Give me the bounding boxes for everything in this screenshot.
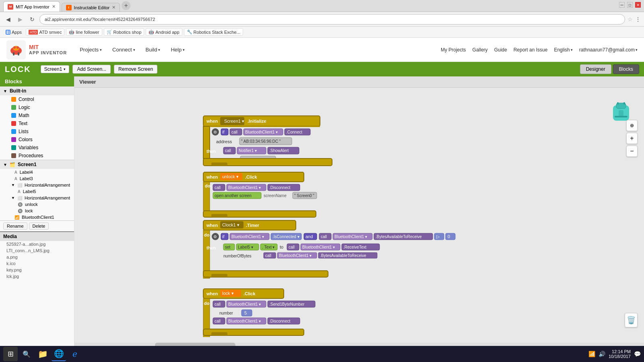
bookmark-line[interactable]: 🤖 line follower [66, 28, 102, 36]
bookmark-apps[interactable]: Apps [3, 29, 24, 35]
svg-rect-140 [617, 102, 619, 105]
math-dot [11, 113, 16, 118]
mit-tab-label: MIT App Inventor [16, 4, 50, 9]
sidebar-item-logic[interactable]: Logic [0, 103, 74, 111]
user-account[interactable]: rathnaarun77@gmail.com ▾ [579, 47, 638, 53]
tray-network[interactable]: 📶 [588, 351, 595, 357]
zoom-in[interactable]: + [626, 133, 638, 144]
zoom-out[interactable]: − [626, 146, 638, 157]
bookmark-atd[interactable]: ATD ATD smvec [26, 29, 64, 36]
svg-text:do: do [205, 183, 211, 188]
tray-volume[interactable]: 🔊 [599, 351, 605, 357]
svg-text:when: when [206, 175, 218, 179]
guide-link[interactable]: Guide [494, 47, 507, 53]
svg-rect-5 [13, 52, 14, 56]
ha1-collapse: ▼ [11, 183, 15, 187]
tree-item-ha1[interactable]: ▼ ⬜ HorizontalArrangement [0, 182, 74, 188]
zoom-fit[interactable]: ⊕ [626, 120, 638, 131]
win-minimize[interactable]: ─ [619, 2, 625, 8]
taskbar-app-ie[interactable]: ℯ [68, 347, 82, 361]
win-maximize[interactable]: □ [627, 2, 633, 8]
blocks-canvas[interactable]: when Screen1 ▾ .Initialize ⚙ if [74, 88, 644, 348]
sidebar-item-lists[interactable]: Lists [0, 128, 74, 136]
designer-btn[interactable]: Designer [580, 64, 611, 74]
mit-tab-close[interactable]: ✕ [52, 4, 56, 9]
sidebar-item-procedures[interactable]: Procedures [0, 152, 74, 160]
tree-item-lock[interactable]: 🔘 lock [0, 208, 74, 214]
tree-item-unlock[interactable]: 🔘 unlock [0, 201, 74, 208]
new-tab-btn[interactable]: + [122, 1, 130, 10]
svg-text:when: when [206, 119, 218, 123]
blocks-btn[interactable]: Blocks [613, 64, 639, 74]
forward-btn[interactable]: ▶ [15, 14, 25, 24]
builtin-collapse: ▼ [3, 89, 7, 93]
rename-btn[interactable]: Rename [3, 222, 27, 230]
address-bar[interactable]: ai2.appinventor.mit.edu/?locale=en#45224… [39, 14, 625, 25]
tree-item-label4[interactable]: A Label4 [0, 169, 74, 175]
tree-item-label3[interactable]: A Label3 [0, 175, 74, 182]
svg-text:Screen1 ▾: Screen1 ▾ [224, 119, 244, 123]
media-file-4[interactable]: key.png [0, 267, 74, 273]
media-file-0[interactable]: 525927-a...ation.jpg [0, 241, 74, 247]
builtin-header[interactable]: ▼ Built-in [0, 86, 74, 95]
tree-item-label5[interactable]: A Label5 [0, 188, 74, 195]
sidebar-item-colors[interactable]: Colors [0, 136, 74, 144]
win-close[interactable]: ✕ [635, 2, 641, 8]
svg-text:" AB:03:34:56:96:DC ": " AB:03:34:56:96:DC " [241, 139, 281, 144]
svg-text:.Click: .Click [244, 291, 256, 296]
media-file-5[interactable]: lck.jpg [0, 273, 74, 280]
language-selector[interactable]: English ▾ [554, 47, 572, 53]
svg-text:set: set [225, 245, 231, 249]
zoom-controls: ⊕ + − [626, 120, 638, 157]
bookmark-shop[interactable]: 🛒 Robotics shop [104, 28, 144, 36]
tray-notification[interactable]: 💬 [634, 351, 641, 357]
sidebar-item-math[interactable]: Math [0, 111, 74, 119]
sidebar-item-text[interactable]: Text [0, 119, 74, 128]
add-screen-btn[interactable]: Add Screen... [72, 65, 111, 74]
bookmark-android-label: Android app [155, 30, 179, 35]
refresh-btn[interactable]: ↻ [27, 14, 37, 24]
sidebar-item-control[interactable]: Control [0, 95, 74, 103]
media-file-1[interactable]: LTI_conn...n_LMS.jpg [0, 247, 74, 254]
report-issue-link[interactable]: Report an Issue [514, 47, 548, 53]
remove-screen-btn[interactable]: Remove Screen [114, 65, 157, 74]
bookmark-android[interactable]: 🤖 Android app [146, 28, 182, 36]
inst-tab-close[interactable]: ✕ [112, 5, 116, 10]
svg-text:⚙: ⚙ [213, 130, 217, 134]
sidebar-item-variables[interactable]: Variables [0, 144, 74, 152]
taskbar-search[interactable]: 🔍 [19, 347, 34, 361]
bookmark-robotics[interactable]: 🔧 Robotics Stack Exche... [184, 28, 243, 36]
nav-build[interactable]: Build ▾ [141, 44, 165, 55]
bookmark-star[interactable]: ☆ [627, 16, 633, 23]
nav-projects[interactable]: Projects ▾ [75, 44, 107, 55]
svg-text:BluetoothClient1 ▾: BluetoothClient1 ▾ [228, 302, 261, 306]
svg-text:5: 5 [244, 311, 247, 315]
taskbar-app-explorer[interactable]: 📁 [35, 347, 50, 361]
browser-tab-instructable[interactable]: I Instructable Editor ✕ [62, 3, 120, 12]
svg-text:⚙: ⚙ [213, 234, 217, 239]
svg-rect-15 [210, 126, 320, 127]
app-logo: MIT APP INVENTOR [6, 40, 67, 60]
browser-menu[interactable]: ⋮ [635, 16, 641, 23]
svg-text:.Timer: .Timer [246, 223, 260, 228]
media-file-3[interactable]: k.ico [0, 260, 74, 267]
taskbar-app-chrome[interactable]: 🌐 [52, 347, 66, 361]
screen-selector[interactable]: Screen1 ▾ [41, 65, 70, 73]
my-projects-link[interactable]: My Projects [441, 47, 466, 53]
tree-item-ha2[interactable]: ▼ ⬜ HorizontalArrangement [0, 195, 74, 201]
screen1-header[interactable]: ▼ 🗂️ Screen1 [0, 160, 74, 169]
tree-item-bluetooth[interactable]: 📶 BluetoothClient1 [0, 214, 74, 220]
svg-rect-134 [211, 332, 227, 335]
trash-icon[interactable]: 🗑️ [625, 313, 638, 327]
nav-connect[interactable]: Connect ▾ [107, 44, 140, 55]
tray-time: 12:14 PM 10/18/2017 [609, 349, 631, 359]
gallery-link[interactable]: Gallery [473, 47, 488, 53]
back-btn[interactable]: ◀ [3, 14, 13, 24]
media-file-2[interactable]: a.png [0, 254, 74, 260]
delete-btn[interactable]: Delete [29, 222, 49, 230]
svg-text:.BytesAvailableToReceive: .BytesAvailableToReceive [376, 234, 422, 239]
nav-help[interactable]: Help ▾ [166, 44, 190, 55]
logo-text: MIT APP INVENTOR [29, 44, 67, 55]
browser-tab-mit[interactable]: M MIT App Inventor ✕ [3, 1, 60, 12]
taskbar-start[interactable]: ⊞ [3, 347, 18, 361]
